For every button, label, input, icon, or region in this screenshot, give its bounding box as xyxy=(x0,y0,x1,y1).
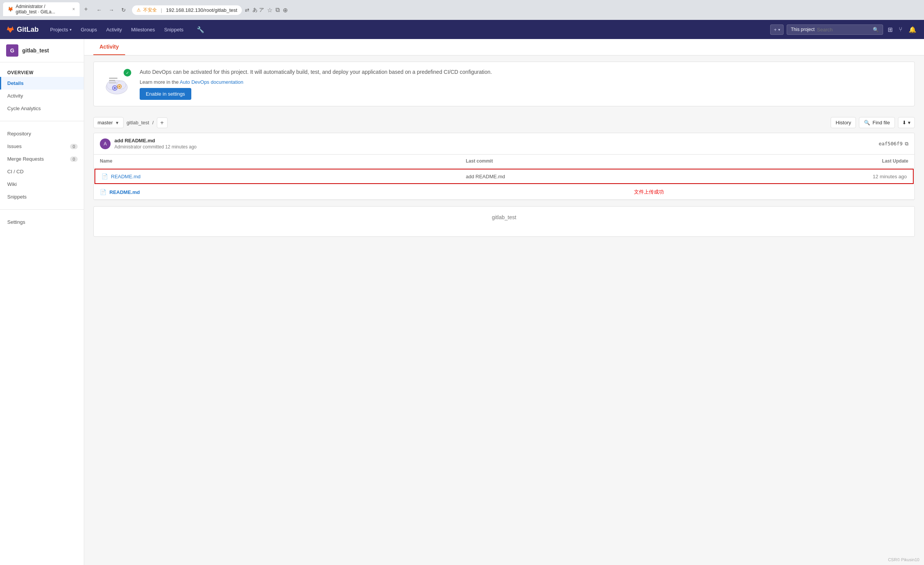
search-input[interactable] xyxy=(817,27,870,33)
autodevops-learn-more: Learn more in the Auto DevOps documentat… xyxy=(140,79,907,85)
readme-content: gitlab_test xyxy=(101,214,907,220)
download-dropdown-icon: ▾ xyxy=(908,120,911,125)
tab-close-icon[interactable]: × xyxy=(72,7,75,12)
svg-point-1 xyxy=(107,81,117,90)
add-file-button[interactable]: + xyxy=(157,117,168,128)
navbar-links: Projects ▾ Groups Activity Milestones Sn… xyxy=(46,24,187,35)
download-button[interactable]: ⬇ ▾ xyxy=(898,117,915,128)
sidebar-item-ci-cd[interactable]: CI / CD xyxy=(0,165,84,178)
notifications-icon[interactable]: 🔔 xyxy=(907,24,918,35)
success-file-name: 📄 README.md xyxy=(100,189,466,195)
navbar-wrench-icon[interactable]: 🔧 xyxy=(195,24,206,35)
file-icon: 📄 xyxy=(101,173,108,179)
navbar-groups[interactable]: Groups xyxy=(77,24,101,35)
path-separator: / xyxy=(152,120,154,125)
merge-requests-icon[interactable]: ⑂ xyxy=(897,24,904,34)
commit-details: add README.md Administrator committed 12… xyxy=(114,138,878,150)
sidebar-item-merge-requests[interactable]: Merge Requests 0 xyxy=(0,153,84,165)
sidebar-item-settings[interactable]: Settings xyxy=(0,216,84,228)
sidebar-item-wiki[interactable]: Wiki xyxy=(0,178,84,191)
header-last-update: Last Update xyxy=(832,158,908,164)
gitlab-logo-text: GitLab xyxy=(17,26,39,34)
project-avatar: G xyxy=(6,44,18,57)
file-commit-cell: add README.md xyxy=(466,174,831,179)
browser-tab-active[interactable]: 🦊 Administrator / gitlab_test · GitLa...… xyxy=(3,2,80,16)
search-project-label: This project xyxy=(791,27,815,32)
gitlab-navbar: GitLab Projects ▾ Groups Activity Milest… xyxy=(0,20,924,39)
browser-nav-buttons: ← → ↻ xyxy=(94,5,129,15)
autodevops-content: Auto DevOps can be activated for this pr… xyxy=(140,68,907,100)
sidebar-divider-2 xyxy=(0,209,84,210)
sidebar-item-activity[interactable]: Activity xyxy=(0,90,84,102)
navbar-right: + ▾ This project 🔍 ⊞ ⑂ 🔔 xyxy=(770,24,918,35)
main-layout: G gitlab_test Overview Details Activity … xyxy=(0,39,924,565)
sidebar: G gitlab_test Overview Details Activity … xyxy=(0,39,84,565)
success-row: 📄 README.md 文件上传成功 xyxy=(94,185,914,200)
success-message: 文件上传成功 xyxy=(466,189,832,195)
browser-addressbar: ← → ↻ ⚠ 不安全 | 192.168.182.130/root/gitla… xyxy=(94,4,288,16)
merge-requests-badge: 0 xyxy=(70,156,78,162)
projects-dropdown-icon: ▾ xyxy=(70,28,72,32)
browser-tabs: 🦊 Administrator / gitlab_test · GitLa...… xyxy=(3,2,91,16)
new-tab-button[interactable]: + xyxy=(81,4,91,14)
header-name: Name xyxy=(100,158,466,164)
branch-name: master xyxy=(98,120,113,125)
new-item-button[interactable]: + ▾ xyxy=(770,24,784,35)
browser-chrome: 🦊 Administrator / gitlab_test · GitLa...… xyxy=(0,0,924,20)
sidebar-settings-section: Settings xyxy=(0,213,84,231)
path-project: gitlab_test xyxy=(127,120,149,125)
autodevops-docs-link[interactable]: Auto DevOps documentation xyxy=(180,79,243,85)
svg-point-6 xyxy=(119,86,121,88)
svg-rect-8 xyxy=(109,80,115,81)
sidebar-item-issues[interactable]: Issues 0 xyxy=(0,140,84,153)
address-bar[interactable]: ⚠ 不安全 | 192.168.182.130/root/gitlab_test xyxy=(132,5,242,15)
autodevops-description: Auto DevOps can be activated for this pr… xyxy=(140,68,907,76)
commit-hash: eaf506f9 ⧉ xyxy=(878,141,908,147)
layout-icon[interactable]: ⊞ xyxy=(886,24,894,35)
fav-icon[interactable]: ⊕ xyxy=(283,7,288,14)
security-warning-icon: ⚠ xyxy=(137,7,141,13)
search-box[interactable]: This project 🔍 xyxy=(787,24,883,35)
enable-settings-button[interactable]: Enable in settings xyxy=(140,88,191,100)
translate-icon[interactable]: ⇄ xyxy=(245,7,249,13)
navbar-projects[interactable]: Projects ▾ xyxy=(46,24,75,35)
tab-activity[interactable]: Activity xyxy=(93,39,125,55)
sidebar-overview-header: Overview xyxy=(0,65,84,77)
sidebar-divider-1 xyxy=(0,121,84,121)
find-file-button[interactable]: 🔍 Find file xyxy=(859,117,895,128)
sidebar-item-repository[interactable]: Repository xyxy=(0,127,84,140)
sidebar-item-details[interactable]: Details xyxy=(0,77,84,90)
copy-hash-icon[interactable]: ⧉ xyxy=(905,141,908,147)
navbar-activity[interactable]: Activity xyxy=(103,24,126,35)
readme-section: gitlab_test xyxy=(93,206,915,237)
autodevops-image: ✓ xyxy=(101,68,132,99)
svg-rect-7 xyxy=(109,78,117,79)
branch-bar: master ▼ gitlab_test / + History 🔍 Find … xyxy=(84,112,924,133)
commit-info: A add README.md Administrator committed … xyxy=(93,133,915,155)
forward-button[interactable]: → xyxy=(106,5,117,15)
sidebar-item-snippets[interactable]: Snippets xyxy=(0,191,84,203)
history-button[interactable]: History xyxy=(831,117,856,128)
star-icon[interactable]: ☆ xyxy=(267,7,272,14)
tab-group-icon[interactable]: ⧉ xyxy=(275,7,280,13)
find-file-search-icon: 🔍 xyxy=(864,120,870,125)
check-circle-icon: ✓ xyxy=(124,69,131,77)
commit-message[interactable]: add README.md xyxy=(114,138,878,143)
branch-selector[interactable]: master ▼ xyxy=(93,117,124,128)
navbar-snippets[interactable]: Snippets xyxy=(160,24,187,35)
sidebar-project-header: G gitlab_test xyxy=(0,39,84,62)
file-table: Name Last commit Last Update 📄 README.md… xyxy=(93,155,915,200)
sidebar-item-cycle-analytics[interactable]: Cycle Analytics xyxy=(0,102,84,115)
address-url: 192.168.182.130/root/gitlab_test xyxy=(166,7,237,13)
gitlab-logo[interactable]: GitLab xyxy=(6,25,39,34)
tab-favicon: 🦊 xyxy=(8,7,13,12)
content-area: Activity xyxy=(84,39,924,565)
reload-button[interactable]: ↻ xyxy=(118,5,129,15)
table-row[interactable]: 📄 README.md add README.md 12 minutes ago xyxy=(95,169,914,184)
navbar-milestones[interactable]: Milestones xyxy=(127,24,159,35)
back-button[interactable]: ← xyxy=(94,5,104,15)
project-tabs: Activity xyxy=(84,39,924,55)
browser-icons: ⇄ あ ア ☆ ⧉ ⊕ xyxy=(245,7,288,14)
translate-jp-icon[interactable]: あ ア xyxy=(253,7,264,13)
download-icon: ⬇ xyxy=(902,120,906,125)
